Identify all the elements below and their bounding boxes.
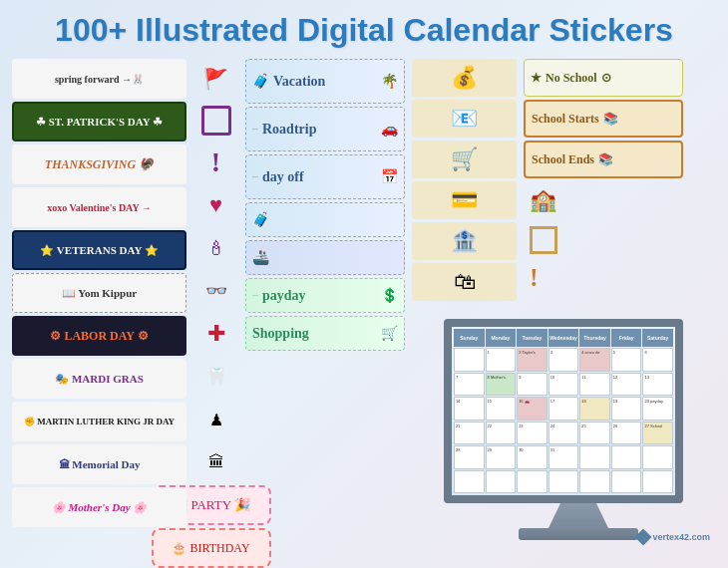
cal-cell: 21: [454, 422, 485, 445]
cal-cell: 19: [611, 397, 642, 421]
symbol-misc2[interactable]: 🏛: [191, 442, 241, 482]
cal-cell: [454, 348, 485, 372]
sticker-thanksgiving[interactable]: THANKSGIVING 🦃: [12, 144, 186, 184]
finance-icon5[interactable]: 🏦: [412, 222, 517, 260]
cal-cell: 17: [548, 397, 579, 421]
cal-cell: [579, 445, 610, 469]
sticker-school-starts[interactable]: School Starts 📚: [524, 100, 683, 138]
dayoff-dots: ···: [252, 172, 258, 181]
sticker-mardi-gras[interactable]: 🎭 MARDI GRAS: [12, 359, 186, 399]
symbol-candle[interactable]: 🕯: [191, 228, 241, 268]
symbol-flag[interactable]: 🚩: [191, 59, 241, 99]
monitor-base: [519, 528, 638, 540]
symbol-square[interactable]: [201, 106, 231, 136]
cal-cell: 12: [611, 373, 642, 397]
extra-icon: 🧳: [252, 211, 269, 228]
school-symbol3[interactable]: !: [524, 260, 683, 295]
shopping-icon: 🛒: [381, 325, 398, 342]
cal-cell: 18: [579, 397, 610, 421]
cal-header-fri: Friday: [611, 329, 642, 347]
school-starts-label: School Starts: [532, 112, 599, 127]
sticker-mothers-day[interactable]: 🌸 Mother's Day 🌸: [12, 487, 186, 527]
cal-header-sat: Saturday: [642, 329, 673, 347]
cal-cell: [642, 445, 673, 469]
sticker-extra1[interactable]: 🧳: [245, 202, 405, 237]
sticker-no-school[interactable]: ★ No School ⊙: [524, 59, 683, 97]
cal-cell: 8 Mother's: [486, 373, 517, 397]
sticker-veterans[interactable]: ⭐ VETERANS DAY ⭐: [12, 230, 186, 270]
sticker-valentines[interactable]: xoxo Valentine's DAY →: [12, 187, 186, 227]
dayoff-icon: 📅: [381, 168, 398, 185]
cal-cell: 3: [548, 348, 579, 372]
finance-icon4[interactable]: 💳: [412, 181, 517, 219]
activities-column: 🧳 Vacation 🌴 ··· Roadtrip 🚗 ··· day off …: [245, 59, 405, 568]
school-starts-icon: 📚: [603, 112, 618, 127]
cal-cell: 27 School: [642, 422, 673, 445]
sticker-shopping[interactable]: Shopping 🛒: [245, 316, 405, 351]
cal-cell: 4 cinco de: [579, 348, 610, 372]
page-title: 100+ Illustrated Digital Calendar Sticke…: [12, 12, 716, 49]
sticker-roadtrip[interactable]: ··· Roadtrip 🚗: [245, 107, 405, 151]
finance-icon2[interactable]: 📧: [412, 100, 517, 138]
monitor-stand: [548, 503, 608, 528]
vacation-label: Vacation: [273, 74, 325, 90]
no-school-star: ★: [531, 71, 542, 86]
school-symbol1[interactable]: 🏫: [524, 181, 683, 219]
cal-cell: 5: [611, 348, 642, 372]
roadtrip-dots: ···: [252, 125, 258, 134]
sticker-memorial-day[interactable]: 🏛 Memorial Day: [12, 444, 186, 484]
sticker-school-ends[interactable]: School Ends 📚: [524, 141, 683, 178]
cal-cell: [454, 470, 485, 494]
sticker-vacation[interactable]: 🧳 Vacation 🌴: [245, 59, 405, 104]
sticker-extra2[interactable]: 🚢: [245, 240, 405, 275]
sticker-yomkippur[interactable]: 📖 Yom Kippur: [12, 273, 186, 313]
cal-cell: 26: [611, 422, 642, 445]
finance-icon1[interactable]: 💰: [412, 59, 517, 97]
sticker-laborday[interactable]: ⚙ LABOR DAY ⚙: [12, 316, 186, 356]
roadtrip-icon: 🚗: [381, 121, 398, 138]
vacation-icon: 🧳: [252, 73, 269, 90]
cal-cell: 9: [517, 373, 547, 397]
watermark: vertex42.com: [637, 531, 710, 543]
cal-cell: 15: [486, 397, 517, 421]
cal-header-wed: Wednesday: [548, 329, 579, 347]
cal-cell: 25: [579, 422, 610, 445]
sticker-spring-forward[interactable]: spring forward →🐰: [12, 59, 186, 99]
symbol-misc1[interactable]: ♟: [191, 400, 241, 439]
cal-header-sun: Sunday: [454, 329, 485, 347]
cal-cell: 1: [486, 348, 517, 372]
cal-cell: [611, 470, 642, 494]
cal-cell: 13: [642, 373, 673, 397]
sticker-mlk-day[interactable]: ✊ MARTIN LUTHER KING JR DAY: [12, 402, 186, 441]
sticker-payday[interactable]: ··· payday 💲: [245, 278, 405, 313]
cal-cell: 11: [579, 373, 610, 397]
finance-icon6[interactable]: 🛍: [412, 263, 517, 301]
cal-cell: 30: [517, 445, 547, 469]
sticker-stpatricks[interactable]: ☘ ST. PATRICK'S DAY ☘: [12, 102, 186, 142]
cal-cell: 29: [486, 445, 517, 469]
symbol-glasses[interactable]: 👓: [191, 271, 241, 311]
symbol-exclaim[interactable]: !: [191, 142, 241, 182]
cal-cell: [486, 470, 517, 494]
school-ends-icon: 📚: [598, 152, 613, 167]
cal-cell: 16 🚗: [517, 397, 547, 421]
school-ends-label: School Ends: [532, 152, 594, 167]
cal-cell: 22: [486, 422, 517, 445]
monitor-screen: Sunday Monday Tuesday Wednesday Thursday…: [444, 319, 683, 503]
symbol-cross[interactable]: ✚: [191, 314, 241, 354]
sticker-dayoff[interactable]: ··· day off 📅: [245, 154, 405, 199]
symbol-heart[interactable]: ♥: [191, 185, 241, 225]
logo-icon: [635, 529, 652, 546]
cal-header-tue: Tuesday: [517, 329, 547, 347]
symbol-tooth[interactable]: 🦷: [191, 357, 241, 397]
school-symbol2[interactable]: [524, 222, 683, 257]
extra2-icon: 🚢: [252, 249, 269, 266]
cal-cell: [548, 470, 579, 494]
cal-cell: [517, 470, 547, 494]
cal-cell: 6: [642, 348, 673, 372]
watermark-logo: vertex42.com: [637, 531, 710, 543]
monitor-display: Sunday Monday Tuesday Wednesday Thursday…: [444, 319, 713, 548]
cal-cell: 7: [454, 373, 485, 397]
symbols-column: 🚩 ! ♥ 🕯 👓 ✚ 🦷 ♟ 🏛 🎉 PARTY 🎉 🎂 BIRTHDAY: [188, 59, 243, 568]
finance-icon3[interactable]: 🛒: [412, 141, 517, 178]
